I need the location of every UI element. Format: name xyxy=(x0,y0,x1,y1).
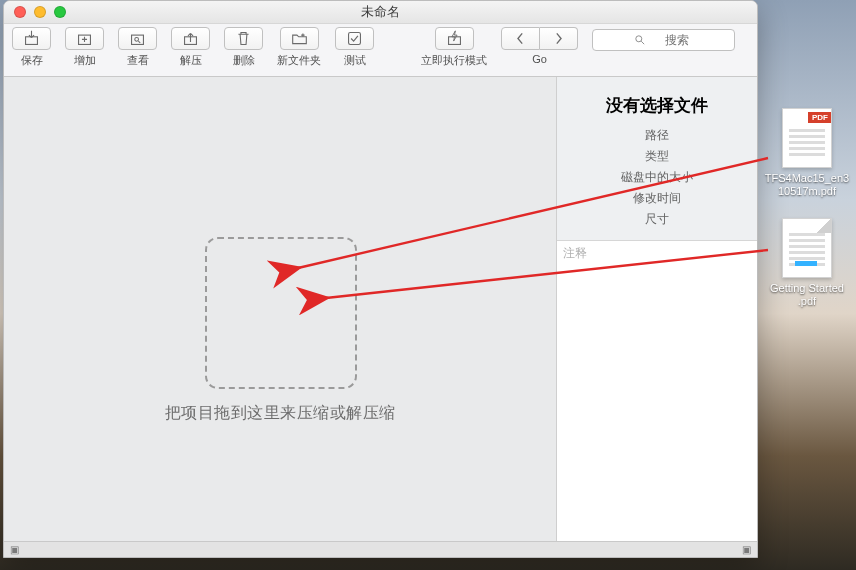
content-area: 把项目拖到这里来压缩或解压缩 没有选择文件 路径 类型 磁盘中的大小 修改时间 … xyxy=(4,77,757,557)
save-label: 保存 xyxy=(21,53,43,68)
toolbar-search xyxy=(592,27,735,51)
chevron-right-icon xyxy=(550,30,567,47)
svg-rect-0 xyxy=(26,37,38,45)
status-grip-left-icon: ▣ xyxy=(10,544,19,555)
toolbar-view: 查看 xyxy=(118,27,157,68)
desktop-file[interactable]: PDF TFS4Mac15_en310517m.pdf xyxy=(762,108,852,198)
go-label: Go xyxy=(532,53,547,65)
toolbar: 保存 增加 查看 解压 删除 xyxy=(4,24,757,77)
desktop-file-name: Getting Started .pdf xyxy=(762,282,852,308)
traffic-lights xyxy=(14,6,66,18)
nav-forward-button[interactable] xyxy=(540,27,578,50)
folder-plus-icon xyxy=(291,30,308,47)
view-button[interactable] xyxy=(118,27,157,50)
info-pane: 没有选择文件 路径 类型 磁盘中的大小 修改时间 尺寸 注释 xyxy=(557,77,757,557)
runmode-label: 立即执行模式 xyxy=(421,53,487,68)
svg-point-3 xyxy=(135,37,139,41)
runmode-button[interactable] xyxy=(435,27,474,50)
toolbar-test: 测试 xyxy=(335,27,374,68)
info-row-modified: 修改时间 xyxy=(633,190,681,207)
add-button[interactable] xyxy=(65,27,104,50)
notes-field[interactable]: 注释 xyxy=(557,240,757,557)
view-label: 查看 xyxy=(127,53,149,68)
delete-label: 删除 xyxy=(233,53,255,68)
toolbar-runmode: 立即执行模式 xyxy=(421,27,487,68)
lightning-box-icon xyxy=(446,30,463,47)
drop-pane[interactable]: 把项目拖到这里来压缩或解压缩 xyxy=(4,77,557,557)
app-window: 未命名 保存 增加 查看 解压 xyxy=(3,0,758,558)
svg-rect-2 xyxy=(132,35,144,44)
info-row-dim: 尺寸 xyxy=(645,211,669,228)
statusbar: ▣ ▣ xyxy=(4,541,757,557)
drop-target[interactable] xyxy=(205,237,357,389)
box-search-icon xyxy=(129,30,146,47)
chevron-left-icon xyxy=(512,30,529,47)
toolbar-add: 增加 xyxy=(65,27,104,68)
search-icon xyxy=(634,34,646,49)
toolbar-delete: 删除 xyxy=(224,27,263,68)
test-label: 测试 xyxy=(344,53,366,68)
box-plus-icon xyxy=(76,30,93,47)
newfolder-label: 新文件夹 xyxy=(277,53,321,68)
add-label: 增加 xyxy=(74,53,96,68)
info-row-type: 类型 xyxy=(645,148,669,165)
desktop-file-name: TFS4Mac15_en310517m.pdf xyxy=(762,172,852,198)
notes-placeholder: 注释 xyxy=(557,241,757,266)
doc-thumb-icon xyxy=(782,218,832,278)
minimize-icon[interactable] xyxy=(34,6,46,18)
trash-icon xyxy=(235,30,252,47)
desktop-file[interactable]: Getting Started .pdf xyxy=(762,218,852,308)
svg-point-7 xyxy=(636,36,642,42)
drop-hint: 把项目拖到这里来压缩或解压缩 xyxy=(4,403,556,424)
toolbar-nav: Go xyxy=(501,27,578,65)
toolbar-newfolder: 新文件夹 xyxy=(277,27,321,68)
pdf-thumb-icon: PDF xyxy=(782,108,832,168)
close-icon[interactable] xyxy=(14,6,26,18)
check-box-icon xyxy=(346,30,363,47)
box-up-icon xyxy=(182,30,199,47)
titlebar[interactable]: 未命名 xyxy=(4,1,757,24)
info-row-disksize: 磁盘中的大小 xyxy=(621,169,693,186)
extract-button[interactable] xyxy=(171,27,210,50)
toolbar-extract: 解压 xyxy=(171,27,210,68)
box-down-icon xyxy=(23,30,40,47)
test-button[interactable] xyxy=(335,27,374,50)
zoom-icon[interactable] xyxy=(54,6,66,18)
svg-rect-5 xyxy=(349,33,361,45)
save-button[interactable] xyxy=(12,27,51,50)
nav-back-button[interactable] xyxy=(501,27,540,50)
info-rows: 路径 类型 磁盘中的大小 修改时间 尺寸 xyxy=(557,127,757,228)
window-title: 未命名 xyxy=(4,3,757,21)
newfolder-button[interactable] xyxy=(280,27,319,50)
delete-button[interactable] xyxy=(224,27,263,50)
toolbar-save: 保存 xyxy=(12,27,51,68)
search-input[interactable] xyxy=(592,29,735,51)
pdf-badge-icon: PDF xyxy=(808,112,832,123)
extract-label: 解压 xyxy=(180,53,202,68)
info-row-path: 路径 xyxy=(645,127,669,144)
info-title: 没有选择文件 xyxy=(557,77,757,127)
status-grip-right-icon: ▣ xyxy=(742,544,751,555)
